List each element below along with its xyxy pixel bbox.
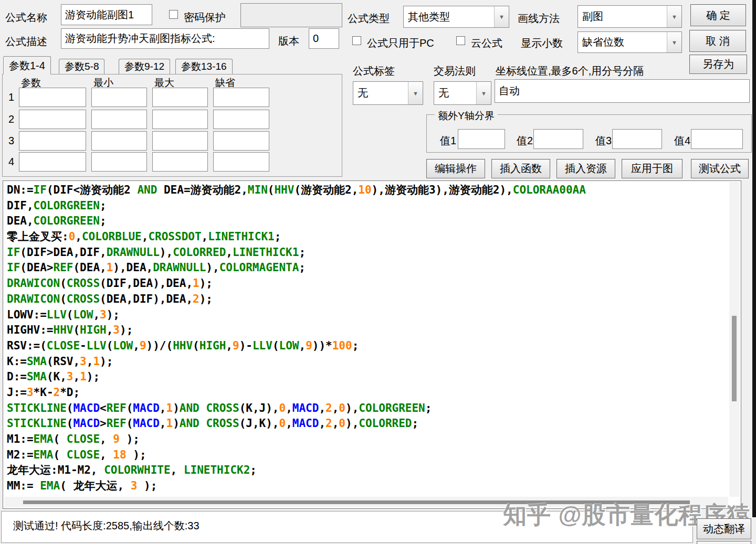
vertical-scrollbar-thumb[interactable] [732,316,737,401]
yaxis-value2-input[interactable] [533,129,583,149]
chevron-down-icon[interactable]: ▼ [408,82,423,104]
code-token: > [100,417,107,430]
param-input-r2c1[interactable] [19,110,86,129]
ok-button[interactable]: 确 定 [690,4,746,26]
formula-desc-input[interactable]: 游资动能升势冲天副图指标公式: [61,28,269,49]
code-line-17: M1:=EMA( CLOSE, 9 ); [7,432,718,447]
code-token: ( [127,402,133,414]
chevron-down-icon[interactable]: ▼ [667,6,681,27]
status-text: 测试通过! 代码长度:2585,输出线个数:33 [2,511,200,533]
chevron-down-icon[interactable]: ▼ [476,82,491,104]
code-token: DIF, [7,199,34,212]
password-input[interactable] [240,3,342,27]
param-input-r4c2[interactable] [91,152,147,172]
cancel-button[interactable]: 取 消 [689,30,746,52]
param-input-r2c4[interactable] [213,110,269,129]
param-input-r1c4[interactable] [213,88,269,107]
code-line-6: IF(DEA>REF(DEA,1),DEA,DRAWNULL),COLORMAG… [7,260,718,276]
code-token [200,402,206,414]
code-token: AND [180,402,200,414]
code-token: , [160,402,166,414]
code-token: EMA [40,479,60,492]
code-token: IF [7,261,20,274]
code-token: MACD [73,417,100,430]
param-input-r3c2[interactable] [91,131,147,151]
code-token: , [299,339,306,352]
code-token: HIGH [80,324,107,336]
code-token: ); [107,308,120,321]
password-protect-checkbox[interactable] [169,10,178,19]
param-input-r4c1[interactable] [19,152,86,172]
code-token: 18 [113,449,126,461]
code-token: , [160,417,166,430]
formula-type-combo[interactable]: 其他类型 ▼ [403,6,509,28]
formula-name-input[interactable]: 游资动能副图1 [61,4,152,25]
code-token: (DIF<游资动能2 [47,184,138,196]
code-token: 1 [80,370,87,383]
partial-bottom-button[interactable] [697,541,751,544]
version-input[interactable]: 0 [309,28,339,49]
version-label: 版本 [278,34,299,48]
yaxis-field-label: 值3 [595,134,612,148]
code-line-5: IF(DIF>DEA,DIF,DRAWNULL),COLORRED,LINETH… [7,245,718,261]
code-token: COLORGREEN [34,215,100,227]
yaxis-value4-input[interactable] [691,129,743,149]
code-token: ( [272,339,279,352]
code-token: CLOSE [67,433,100,445]
chevron-down-icon[interactable]: ▼ [667,32,681,52]
code-token: ),DEA, [113,261,153,274]
code-token: , [75,230,82,243]
param-input-r1c2[interactable] [91,88,147,107]
code-token: , [133,339,140,352]
save-as-button[interactable]: 另存为 [689,55,747,74]
chevron-down-icon[interactable]: ▼ [494,6,509,27]
param-input-r1c3[interactable] [152,88,208,107]
param-input-r2c2[interactable] [91,110,147,129]
code-token: K:= [7,355,27,368]
code-token: HHV [274,184,294,196]
formula-code-editor[interactable]: DN:=IF(DIF<游资动能2 AND DEA=游资动能2,MIN(HHV(游… [3,180,741,509]
yaxis-value3-input[interactable] [612,129,662,149]
code-token: ( [73,324,80,336]
param-input-r3c1[interactable] [19,131,86,151]
tab-param-2[interactable]: 参数5-8 [59,59,104,74]
param-input-r4c3[interactable] [152,152,208,172]
param-input-r3c4[interactable] [213,131,269,151]
param-input-r1c1[interactable] [19,88,86,107]
code-token: DEA, [7,215,34,227]
code-token: ),游资动能3),游资动能2), [372,184,513,196]
param-input-r3c3[interactable] [152,131,208,151]
param-input-r4c4[interactable] [213,152,269,172]
formula-tag-combo[interactable]: 无 ▼ [353,81,423,105]
code-token: ( [67,308,74,321]
trade-rule-combo[interactable]: 无 ▼ [434,81,491,105]
apply-to-chart-button[interactable]: 应用于图 [622,159,682,178]
tab-param-3[interactable]: 参数9-12 [119,59,170,74]
yaxis-value1-input[interactable] [458,129,505,149]
coordline-input[interactable]: 自动 [495,79,750,103]
pc-only-checkbox[interactable] [352,36,361,45]
code-token: 0 [339,402,345,414]
code-token: SMA [27,355,47,368]
vertical-scrollbar[interactable] [729,182,740,497]
code-token: COLORMAGENTA [219,261,299,274]
draw-method-combo[interactable]: 副图 ▼ [578,5,682,28]
tab-param-1[interactable]: 参数1-4 [3,56,51,74]
code-line-11: RSV:=(CLOSE-LLV(LOW,9))/(HHV(HIGH,9)-LLV… [7,338,718,354]
insert-resource-button[interactable]: 插入资源 [556,159,615,178]
code-token: REF [107,417,127,430]
code-token: , [93,308,100,321]
code-token: ( [67,417,74,430]
code-token: STICKLINE [7,417,67,430]
tab-param-4[interactable]: 参数13-16 [175,59,233,74]
dynamic-translate-button[interactable]: 动态翻译 [697,518,751,539]
insert-function-button[interactable]: 插入函数 [491,159,550,178]
cloud-formula-checkbox[interactable] [456,36,465,45]
code-token: AND [180,417,200,430]
test-formula-button[interactable]: 测试公式 [691,159,749,178]
param-input-r2c3[interactable] [152,110,208,129]
code-token: REF [54,261,74,274]
code-token: DRAWICON [7,293,60,305]
decimal-display-combo[interactable]: 缺省位数 ▼ [578,31,682,53]
edit-ops-button[interactable]: 编辑操作 [426,159,485,178]
